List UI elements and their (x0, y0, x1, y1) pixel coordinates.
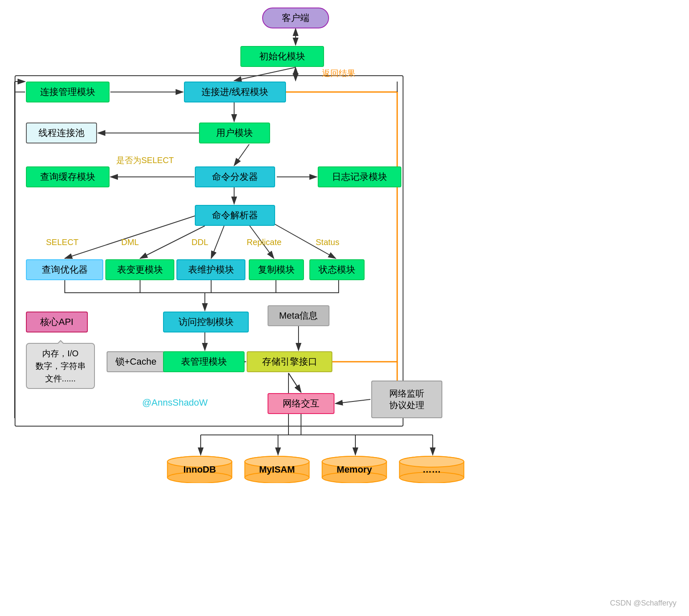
node-user-module: 用户模块 (199, 123, 270, 143)
node-query-cache: 查询缓存模块 (26, 166, 110, 187)
node-conn-thread: 连接进/线程模块 (184, 82, 286, 102)
node-network-monitor: 网络监听 协议处理 (371, 381, 442, 418)
watermark: @AnnsShadoW (142, 397, 208, 408)
node-ellipsis: …… (397, 456, 466, 483)
label-ddl: DDL (191, 238, 208, 247)
node-innodb: InnoDB (165, 456, 234, 483)
label-is-select: 是否为SELECT (116, 155, 174, 166)
node-cmd-dispatcher: 命令分发器 (195, 166, 275, 187)
node-cmd-parser: 命令解析器 (195, 205, 275, 226)
node-conn-manage: 连接管理模块 (26, 82, 110, 102)
node-memory-io: 内存，I/O 数字，字符串 文件...... (26, 343, 95, 389)
node-query-optimizer: 查询优化器 (26, 259, 103, 280)
label-replicate: Replicate (247, 238, 281, 247)
node-memory: Memory (320, 456, 389, 483)
node-thread-pool: 线程连接池 (26, 123, 97, 143)
node-replicate-module: 复制模块 (249, 259, 304, 280)
node-log-module: 日志记录模块 (318, 166, 401, 187)
node-table-maintain: 表维护模块 (176, 259, 245, 280)
node-network-interact: 网络交互 (268, 393, 334, 414)
node-init-module: 初始化模块 (240, 46, 324, 67)
diagram-container: 客户端 初始化模块 连接管理模块 连接进/线程模块 返回结果 线程连接池 用户模… (0, 0, 689, 616)
node-lock-cache: 锁+Cache (107, 351, 165, 372)
label-status: Status (316, 238, 339, 247)
node-table-manager: 表管理模块 (163, 351, 245, 372)
node-client: 客户端 (262, 8, 329, 28)
node-access-control: 访问控制模块 (163, 312, 249, 332)
node-meta-info: Meta信息 (268, 305, 329, 326)
node-myisam: MyISAM (242, 456, 311, 483)
node-storage-interface: 存储引擎接口 (247, 351, 332, 372)
node-table-change: 表变更模块 (105, 259, 174, 280)
node-status-module: 状态模块 (309, 259, 365, 280)
label-select: SELECT (46, 238, 79, 247)
copyright: CSDN @Schafferyy (610, 599, 676, 608)
node-core-api: 核心API (26, 312, 88, 332)
label-return-result: 返回结果 (322, 68, 355, 79)
label-dml: DML (121, 238, 139, 247)
